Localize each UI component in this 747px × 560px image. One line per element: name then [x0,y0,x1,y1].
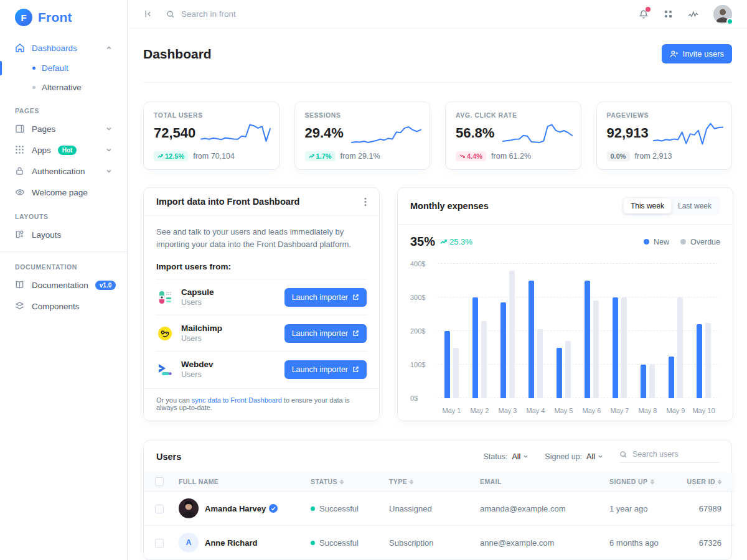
notifications-button[interactable] [639,9,649,19]
page-header: Dashboard Invite users [143,38,732,83]
table-row[interactable]: A Anne Richard Successful Subscription a… [144,526,734,560]
stat-from: from 61.2% [491,152,531,161]
import-app-sub: Users [181,334,222,343]
import-data-card: Import data into Front Dashboard See and… [143,187,380,421]
sidebar-item-components[interactable]: Components [0,296,127,317]
launch-importer-button-capsule[interactable]: Launch importer [284,288,367,307]
sidebar-heading-layouts: LAYOUTS [0,203,127,224]
expenses-bar-chart: 0$100$200$300$400$May 1May 2May 3May 4Ma… [410,258,720,414]
import-app-sub: Users [181,370,214,379]
bar-new [697,324,702,398]
bar-overdue [593,301,599,398]
bars-area [438,264,718,398]
search-input[interactable] [181,9,368,19]
user-email: anne@example.com [474,526,603,560]
card-title: Import data into Front Dashboard [156,197,299,207]
sidebar: F Front Dashboards Default Alternative P… [0,0,128,560]
kebab-menu-icon[interactable] [364,197,367,207]
launch-importer-button-mailchimp[interactable]: Launch importer [284,324,367,343]
collapse-sidebar-icon[interactable] [143,9,153,19]
sidebar-item-documentation[interactable]: Documentation v1.0 [0,274,127,296]
tab-this-week[interactable]: This week [624,198,671,213]
users-search[interactable] [619,450,719,463]
user-avatar[interactable] [713,5,732,24]
activity-button[interactable] [688,10,698,19]
sort-icon [718,479,721,485]
chevron-down-icon [106,168,112,174]
stat-card-pageviews[interactable]: PAGEVIEWS 92,913 0.0% from 2,913 [596,101,733,170]
row-checkbox[interactable] [155,539,164,548]
x-axis-tick: May 4 [522,407,550,414]
global-search[interactable] [166,9,639,19]
sparkline-chart [350,117,422,152]
column-header-email[interactable]: EMAIL [480,478,502,485]
status-filter[interactable]: Status: All [483,452,529,461]
status-badge: Successful [311,538,377,548]
external-link-icon [352,366,359,373]
bar-group [662,264,690,398]
bar-overdue [537,329,543,398]
trend-up-icon [157,154,163,159]
avatar: A [179,533,199,553]
bullet-icon [32,86,35,89]
stat-from: from 70,104 [193,152,235,161]
select-all-checkbox[interactable] [155,477,164,486]
stat-card-sessions[interactable]: SESSIONS 29.4% 1.7% from 29.1% [294,101,431,170]
import-description: See and talk to your users and leads imm… [156,226,367,251]
sidebar-item-authentication[interactable]: Authentication [0,161,127,182]
webdev-logo-icon [156,361,174,378]
bar-new [613,297,618,398]
top-navbar [128,0,747,29]
row-checkbox[interactable] [155,505,164,513]
stats-row: TOTAL USERS 72,540 12.5% from 70,104 SES… [143,101,732,170]
sidebar-item-dashboards[interactable]: Dashboards [0,37,127,58]
week-toggle: This week Last week [622,197,720,215]
import-app-name: Webdev [181,360,214,369]
column-header-status[interactable]: STATUS [311,478,344,485]
sidebar-item-label: Welcome page [32,188,88,197]
sidebar-item-layouts[interactable]: Layouts [0,224,127,245]
y-axis-tick: 300$ [410,294,425,301]
launch-importer-button-webdev[interactable]: Launch importer [284,360,367,379]
import-app-name: Capsule [181,287,214,297]
stat-from: from 29.1% [341,152,380,161]
users-search-input[interactable] [632,450,707,459]
layouts-icon [15,230,25,240]
sidebar-item-label: Layouts [32,230,61,240]
chevron-down-icon [106,147,112,153]
user-name: Anne Richard [205,538,258,548]
sync-data-link[interactable]: sync data to Front Dashboard [192,396,282,404]
notification-dot [646,7,651,12]
x-axis-tick: May 9 [662,407,690,414]
delta-badge: 4.4% [456,151,486,161]
app-logo[interactable]: F Front [0,6,127,37]
sidebar-item-apps[interactable]: Apps Hot [0,139,127,161]
bar-group [606,264,634,398]
sidebar-item-alternative[interactable]: Alternative [0,78,127,97]
signed-up-filter[interactable]: Signed up: All [545,452,603,461]
table-row[interactable]: Amanda Harvey Successful Unassigned aman… [144,492,734,526]
column-header-type[interactable]: TYPE [389,478,413,485]
x-axis-labels: May 1May 2May 3May 4May 5May 6May 7May 8… [438,407,718,414]
bar-new [641,365,646,398]
import-app-name: Mailchimp [181,324,222,333]
sidebar-item-default[interactable]: Default [0,58,127,78]
sidebar-item-welcome-page[interactable]: Welcome page [0,182,127,203]
sidebar-item-pages[interactable]: Pages [0,118,127,139]
stat-card-total-users[interactable]: TOTAL USERS 72,540 12.5% from 70,104 [143,101,280,170]
stat-card-avg-click-rate[interactable]: AVG. CLICK RATE 56.8% 4.4% from 61.2% [445,101,581,170]
column-header-user-id[interactable]: USER ID [687,478,721,485]
sparkline-chart [200,117,271,152]
chevron-up-icon [106,45,112,51]
apps-menu-button[interactable] [664,9,673,19]
sparkline-chart [652,117,724,152]
user-signed-up: 1 year ago [603,492,679,526]
column-header-full-name[interactable]: FULL NAME [179,478,218,485]
tab-last-week[interactable]: Last week [671,198,718,213]
invite-users-button[interactable]: Invite users [662,44,732,63]
external-link-icon [352,330,359,337]
app-window: F Front Dashboards Default Alternative P… [0,0,747,560]
column-header-signed-up[interactable]: SIGNED UP [609,478,654,485]
sort-icon [651,479,654,485]
import-footer: Or you can sync data to Front Dashboard … [144,388,379,420]
